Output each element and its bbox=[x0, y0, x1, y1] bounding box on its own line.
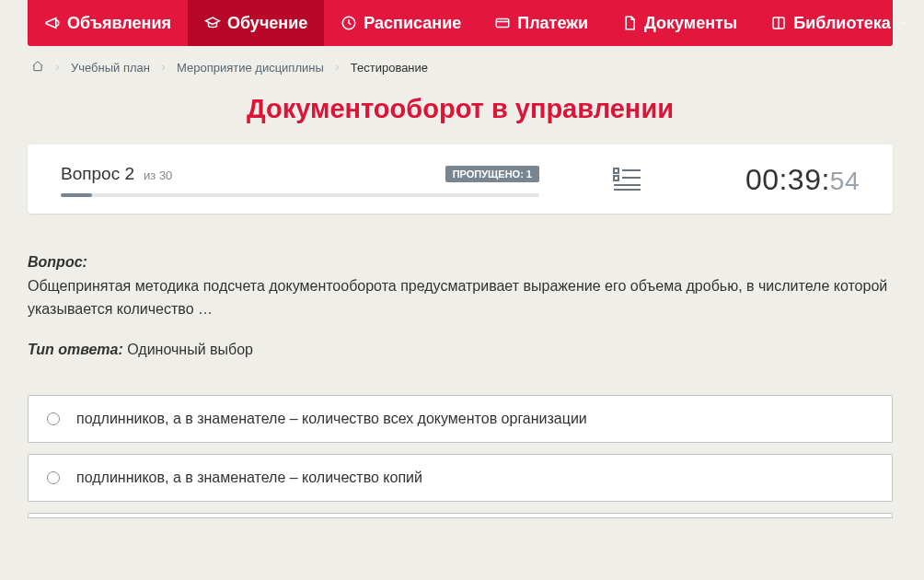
nav-documents[interactable]: Документы bbox=[605, 0, 754, 46]
page-title: Документооборот в управлении bbox=[28, 94, 893, 124]
education-icon bbox=[204, 15, 221, 31]
question-label: Вопрос: bbox=[28, 250, 893, 274]
answer-option[interactable]: подлинников, а в знаменателе – количеств… bbox=[28, 454, 893, 502]
nav-label: Документы bbox=[644, 14, 737, 33]
answer-option-text: подлинников, а в знаменателе – количеств… bbox=[76, 470, 422, 486]
nav-label: Платежи bbox=[517, 14, 588, 33]
document-icon bbox=[621, 15, 638, 31]
breadcrumb-current: Тестирование bbox=[351, 61, 428, 75]
radio-icon bbox=[47, 471, 60, 484]
skipped-badge: ПРОПУЩЕНО: 1 bbox=[445, 166, 539, 182]
answer-option[interactable]: подлинников, а в знаменателе – количеств… bbox=[28, 395, 893, 443]
nav-payments[interactable]: Платежи bbox=[478, 0, 605, 46]
nav-label: Библиотека bbox=[793, 14, 891, 33]
answer-option-text: подлинников, а в знаменателе – количеств… bbox=[76, 411, 587, 427]
nav-label: Обучение bbox=[227, 14, 307, 33]
breadcrumb-link[interactable]: Мероприятие дисциплины bbox=[177, 61, 324, 75]
card-icon bbox=[494, 15, 511, 31]
radio-icon bbox=[47, 412, 60, 425]
question-list-icon[interactable] bbox=[613, 167, 641, 194]
nav-education[interactable]: Обучение bbox=[188, 0, 324, 46]
svg-rect-1 bbox=[496, 19, 509, 28]
clock-icon bbox=[341, 15, 357, 31]
svg-rect-4 bbox=[614, 176, 618, 180]
status-panel: Вопрос 2 из 30 ПРОПУЩЕНО: 1 bbox=[28, 145, 893, 214]
home-icon[interactable] bbox=[31, 60, 44, 75]
chevron-down-icon bbox=[897, 17, 908, 29]
question-counter: Вопрос 2 bbox=[61, 164, 134, 184]
progress-bar bbox=[61, 193, 539, 197]
library-icon bbox=[770, 15, 787, 31]
nav-label: Расписание bbox=[364, 14, 461, 33]
timer: 00:39:54 bbox=[745, 163, 860, 197]
nav-schedule[interactable]: Расписание bbox=[324, 0, 478, 46]
chevron-right-icon bbox=[53, 61, 62, 75]
top-nav: Объявления Обучение Расписание Платежи bbox=[28, 0, 893, 46]
breadcrumb: Учебный план Мероприятие дисциплины Тест… bbox=[28, 46, 893, 88]
answer-type: Тип ответа: Одиночный выбор bbox=[28, 342, 893, 358]
megaphone-icon bbox=[44, 15, 61, 31]
breadcrumb-link[interactable]: Учебный план bbox=[71, 61, 150, 75]
question-total: из 30 bbox=[144, 168, 172, 182]
svg-rect-3 bbox=[614, 168, 618, 173]
nav-label: Объявления bbox=[67, 14, 171, 33]
question-text-block: Вопрос: Общепринятая методика подсчета д… bbox=[28, 250, 893, 321]
question-body: Общепринятая методика подсчета документо… bbox=[28, 274, 893, 321]
chevron-right-icon bbox=[159, 61, 167, 75]
chevron-right-icon bbox=[333, 61, 341, 75]
nav-library[interactable]: Библиотека bbox=[754, 0, 924, 46]
nav-announcements[interactable]: Объявления bbox=[28, 0, 188, 46]
